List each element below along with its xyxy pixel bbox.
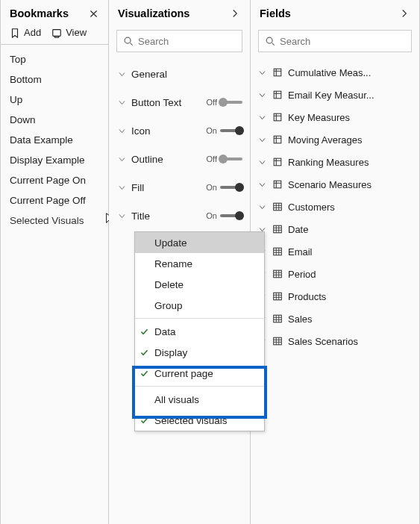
chevron-down-icon [116,212,127,220]
table-icon [272,201,283,213]
menu-item[interactable]: Delete [135,274,264,295]
menu-item-label: Display [154,347,187,358]
format-section[interactable]: Button TextOff [109,88,250,116]
search-icon [265,36,275,46]
toggle-switch[interactable]: On [206,183,242,192]
menu-item[interactable]: Update [135,232,264,253]
menu-item[interactable]: Rename [135,253,264,274]
field-table-label: Moving Averages [288,134,363,146]
fields-search-input[interactable] [280,36,405,47]
menu-item-label: Rename [154,258,192,269]
field-table[interactable]: Products [251,285,419,308]
bookmark-item[interactable]: Current Page On [1,170,108,190]
field-table[interactable]: Customers [251,196,419,218]
field-table-label: Ranking Measures [288,157,369,168]
menu-item[interactable]: Selected visuals [135,410,264,431]
measure-icon [272,178,283,190]
toggle-switch[interactable]: Off [207,155,242,163]
format-section[interactable]: OutlineOff [109,145,250,173]
bookmark-item[interactable]: Up [1,90,108,110]
measure-icon [272,66,283,78]
chevron-down-icon [257,91,267,99]
field-table-label: Period [288,269,316,280]
format-section-label: Fill [131,182,206,193]
field-table[interactable]: Scenario Measures [251,173,419,196]
field-table[interactable]: Period [251,263,419,285]
chevron-right-icon[interactable] [398,7,410,19]
format-section-label: General [131,69,242,80]
bookmarks-toolbar: Add View [1,24,108,45]
format-section[interactable]: General [109,60,250,88]
measure-icon [272,134,283,146]
menu-item-label: Data [154,326,176,337]
visualizations-search[interactable] [116,30,242,52]
field-table-label: Sales [288,314,313,325]
bookmark-context-menu: UpdateRenameDeleteGroupDataDisplayCurren… [134,231,265,431]
toggle-switch[interactable]: On [206,126,242,135]
field-table-label: Sales Scenarios [288,336,358,347]
bookmark-item[interactable]: Data Example [1,130,108,150]
close-icon[interactable] [87,7,99,19]
bookmark-item[interactable]: Selected Visuals [1,210,108,231]
menu-item[interactable]: Display [135,342,264,363]
table-icon [272,246,283,258]
field-table[interactable]: Email [251,240,419,263]
menu-item[interactable]: Group [135,295,264,316]
chevron-down-icon [116,155,127,163]
field-table[interactable]: Moving Averages [251,128,419,151]
visualizations-header: Visualizations [109,0,250,24]
toggle-state-label: Off [207,98,217,107]
field-table-label: Date [288,224,308,235]
menu-item[interactable]: Current page [135,363,264,384]
chevron-down-icon [257,158,267,166]
format-section[interactable]: FillOn [109,173,250,202]
field-table[interactable]: Ranking Measures [251,151,419,173]
table-icon [272,313,283,325]
format-section-label: Button Text [131,97,207,108]
format-section[interactable]: TitleOn [109,202,250,230]
menu-separator [135,386,264,387]
format-section-label: Icon [131,125,206,137]
menu-item[interactable]: Data [135,321,264,342]
table-icon [272,223,283,235]
chevron-down-icon [116,127,127,135]
menu-item[interactable]: All visuals [135,389,264,410]
bookmark-item[interactable]: Top [1,49,108,69]
bookmarks-pane: Bookmarks Add View TopBottomUpDownData E… [1,0,109,524]
view-bookmark-button[interactable]: View [51,27,87,38]
menu-item-label: Update [154,237,187,249]
chevron-right-icon[interactable] [229,7,241,19]
format-section[interactable]: IconOn [109,116,250,145]
field-table[interactable]: Email Key Measur... [251,84,419,106]
menu-item-label: Selected visuals [154,415,228,426]
field-table[interactable]: Date [251,218,419,240]
fields-header: Fields [251,0,419,24]
measure-icon [272,89,283,101]
field-table[interactable]: Cumulative Meas... [251,61,419,84]
toggle-switch[interactable]: On [206,211,242,220]
field-table-label: Products [288,291,326,302]
field-table-label: Email [288,246,313,258]
visualizations-search-input[interactable] [138,36,263,47]
fields-search[interactable] [258,30,412,52]
check-icon [140,348,149,358]
field-table[interactable]: Key Measures [251,106,419,128]
bookmark-item[interactable]: Down [1,110,108,130]
format-section-label: Outline [131,154,207,165]
toggle-switch[interactable]: Off [207,98,242,107]
chevron-down-icon [257,181,267,189]
bookmark-item[interactable]: Current Page Off [1,190,108,210]
toggle-state-label: On [206,126,217,135]
chevron-down-icon [116,99,127,107]
add-bookmark-button[interactable]: Add [10,27,41,38]
visualizations-title: Visualizations [118,7,189,19]
check-icon [140,416,149,425]
field-table[interactable]: Sales Scenarios [251,330,419,352]
bookmark-list: TopBottomUpDownData ExampleDisplay Examp… [1,45,108,231]
format-section-label: Title [131,210,206,222]
bookmark-item[interactable]: Bottom [1,69,108,90]
chevron-down-icon [257,113,267,122]
field-table[interactable]: Sales [251,308,419,330]
toggle-state-label: On [206,211,217,220]
bookmark-item[interactable]: Display Example [1,150,108,170]
